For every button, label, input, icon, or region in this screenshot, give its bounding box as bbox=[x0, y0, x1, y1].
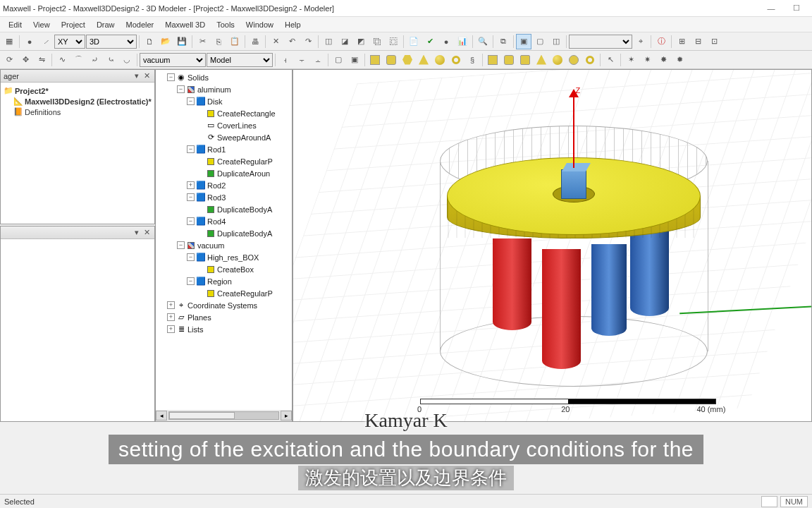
info-icon[interactable]: ⓘ bbox=[653, 34, 669, 49]
sheet-cyl-icon[interactable] bbox=[501, 52, 517, 68]
check-icon[interactable]: ✔ bbox=[422, 34, 438, 49]
bool-subtract-icon[interactable]: ◪ bbox=[337, 34, 352, 49]
scroll-right-icon[interactable]: ▸ bbox=[281, 411, 292, 421]
shape-helix-icon[interactable]: § bbox=[465, 52, 480, 68]
validate-icon[interactable]: 📄 bbox=[406, 34, 422, 49]
render-shaded-icon[interactable]: ▣ bbox=[516, 34, 531, 49]
shape-box-icon[interactable] bbox=[367, 52, 383, 68]
minimize-button[interactable]: — bbox=[758, 1, 784, 16]
project-root[interactable]: 📁Project2* bbox=[4, 85, 152, 96]
panel-dropdown-icon[interactable]: ▾ bbox=[132, 71, 142, 81]
tree-solids[interactable]: −◉Solids bbox=[157, 71, 290, 83]
bg-select[interactable] bbox=[569, 35, 632, 49]
analyze-icon[interactable]: ● bbox=[438, 34, 454, 49]
new-doc-icon[interactable]: 🗋 bbox=[142, 34, 157, 49]
material-select[interactable]: vacuum bbox=[140, 53, 206, 67]
maximize-button[interactable]: ☐ bbox=[784, 1, 809, 16]
tree-disk-op3[interactable]: ⟳SweepAroundA bbox=[157, 131, 290, 143]
cut-icon[interactable]: ✂ bbox=[195, 34, 210, 49]
tree-aluminum[interactable]: −aluminum bbox=[157, 83, 290, 95]
tree-rod4-op[interactable]: DuplicateBodyA bbox=[157, 227, 290, 239]
sheet-ring-icon[interactable] bbox=[582, 52, 598, 68]
curve5-icon[interactable]: ◡ bbox=[119, 52, 135, 68]
sheet-poly-icon[interactable] bbox=[517, 52, 533, 68]
tree-hires[interactable]: −🟦High_res_BOX bbox=[157, 251, 290, 263]
select-icon[interactable]: ↖ bbox=[603, 52, 618, 68]
tree-rod3-op[interactable]: DuplicateBodyA bbox=[157, 203, 290, 215]
sheet-disc-icon[interactable] bbox=[566, 52, 582, 68]
render-hidden-icon[interactable]: ◫ bbox=[548, 34, 564, 49]
shape-cylinder-icon[interactable] bbox=[383, 52, 399, 68]
net1-icon[interactable]: ✶ bbox=[623, 52, 639, 68]
curve4-icon[interactable]: ⤿ bbox=[103, 52, 118, 68]
menu-modeler[interactable]: Modeler bbox=[121, 19, 160, 30]
align2-icon[interactable]: ⫟ bbox=[294, 52, 309, 68]
tree-rod1-op2[interactable]: DuplicateAroun bbox=[157, 167, 290, 179]
new-icon[interactable]: ▦ bbox=[1, 34, 17, 49]
menu-help[interactable]: Help bbox=[279, 19, 307, 30]
net2-icon[interactable]: ✷ bbox=[639, 52, 655, 68]
sheet-sphere-icon[interactable] bbox=[550, 52, 565, 68]
mode-select[interactable]: 3D bbox=[86, 35, 137, 49]
zoom-icon[interactable]: 🔍 bbox=[475, 34, 491, 49]
model-select[interactable]: Model bbox=[207, 53, 273, 67]
curve2-icon[interactable]: ⌒ bbox=[70, 52, 86, 68]
face1-icon[interactable]: ▢ bbox=[331, 52, 346, 68]
menu-window[interactable]: Window bbox=[240, 19, 279, 30]
sheet-cone-icon[interactable] bbox=[534, 52, 549, 68]
project-definitions[interactable]: 📙Definitions bbox=[4, 107, 152, 117]
tree-rod1-op1[interactable]: CreateRegularP bbox=[157, 155, 290, 167]
3d-viewport[interactable]: Z 0 20 40 (mm) bbox=[293, 69, 812, 422]
mirror-icon[interactable]: ⇋ bbox=[34, 52, 49, 68]
panel-close-icon[interactable]: ✕ bbox=[142, 71, 152, 81]
project-design[interactable]: 📐Maxwell3DDesign2 (Electrostatic)* bbox=[4, 96, 152, 107]
report-icon[interactable]: 📊 bbox=[455, 34, 470, 49]
panel-close-icon[interactable]: ✕ bbox=[142, 228, 152, 238]
bool-intersect-icon[interactable]: ◩ bbox=[353, 34, 369, 49]
mesh3-icon[interactable]: ⊡ bbox=[706, 34, 722, 49]
menu-maxwell3d[interactable]: Maxwell 3D bbox=[159, 19, 211, 30]
shape-torus-icon[interactable] bbox=[448, 52, 464, 68]
line-icon[interactable]: ⟋ bbox=[38, 34, 54, 49]
bool-union-icon[interactable]: ◫ bbox=[321, 34, 336, 49]
copy-icon[interactable]: ⎘ bbox=[211, 34, 226, 49]
tree-rod2[interactable]: +🟦Rod2 bbox=[157, 179, 290, 191]
print-icon[interactable]: 🖶 bbox=[247, 34, 263, 49]
align3-icon[interactable]: ⫠ bbox=[310, 52, 326, 68]
tree-hires-op[interactable]: CreateBox bbox=[157, 263, 290, 275]
shape-sphere-icon[interactable] bbox=[432, 52, 448, 68]
render-wire-icon[interactable]: ▢ bbox=[532, 34, 548, 49]
tree-planes[interactable]: +▱Planes bbox=[157, 311, 290, 323]
bool-split-icon[interactable]: ⿻ bbox=[369, 34, 385, 49]
delete-icon[interactable]: ✕ bbox=[268, 34, 283, 49]
tree-rod3[interactable]: −🟦Rod3 bbox=[157, 191, 290, 203]
shape-cone-icon[interactable] bbox=[416, 52, 431, 68]
redo-icon[interactable]: ↷ bbox=[300, 34, 316, 49]
curve3-icon[interactable]: ⤾ bbox=[87, 52, 102, 68]
save-icon[interactable]: 💾 bbox=[174, 34, 190, 49]
snap-icon[interactable]: ⌖ bbox=[633, 34, 648, 49]
tree-rod1[interactable]: −🟦Rod1 bbox=[157, 143, 290, 155]
tree-disk-op2[interactable]: ▭CoverLines bbox=[157, 119, 290, 131]
undo-icon[interactable]: ↶ bbox=[284, 34, 300, 49]
tree-region[interactable]: −🟦Region bbox=[157, 275, 290, 287]
point-icon[interactable]: ● bbox=[22, 34, 37, 49]
tree-disk-op1[interactable]: CreateRectangle bbox=[157, 107, 290, 119]
menu-project[interactable]: Project bbox=[56, 19, 91, 30]
sheet-box-icon[interactable] bbox=[485, 52, 500, 68]
mesh1-icon[interactable]: ⊞ bbox=[674, 34, 689, 49]
tree-region-op[interactable]: CreateRegularP bbox=[157, 287, 290, 299]
net4-icon[interactable]: ✹ bbox=[672, 52, 687, 68]
paste-icon[interactable]: 📋 bbox=[227, 34, 242, 49]
curve1-icon[interactable]: ∿ bbox=[54, 52, 70, 68]
tree-lists[interactable]: +≣Lists bbox=[157, 323, 290, 335]
shape-polygon-icon[interactable] bbox=[400, 52, 415, 68]
tree-disk[interactable]: −🟦Disk bbox=[157, 95, 290, 107]
tree-hscroll[interactable]: ◂ ▸ bbox=[156, 410, 292, 421]
tree-rod4[interactable]: −🟦Rod4 bbox=[157, 215, 290, 227]
net3-icon[interactable]: ✸ bbox=[656, 52, 671, 68]
menu-tools[interactable]: Tools bbox=[211, 19, 240, 30]
rotate-icon[interactable]: ⟳ bbox=[1, 52, 17, 68]
menu-draw[interactable]: Draw bbox=[91, 19, 121, 30]
menu-edit[interactable]: Edit bbox=[3, 19, 27, 30]
